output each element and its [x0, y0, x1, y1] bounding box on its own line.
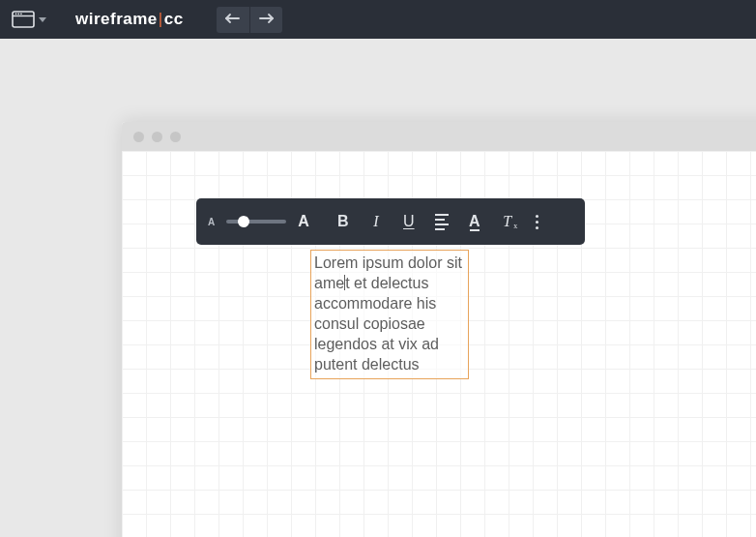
- logo-separator: |: [158, 10, 164, 28]
- traffic-light-dot: [152, 132, 162, 142]
- align-button[interactable]: [431, 210, 452, 233]
- undo-button[interactable]: [217, 7, 249, 33]
- svg-point-3: [17, 13, 19, 15]
- chevron-down-icon: [39, 17, 46, 22]
- svg-point-2: [15, 13, 17, 15]
- slider-thumb[interactable]: [238, 216, 249, 227]
- text-element[interactable]: Lorem ipsum dolor sit amet et delectus a…: [310, 250, 469, 379]
- app-logo: wireframe|cc: [75, 10, 184, 29]
- font-size-min-label: A: [208, 217, 215, 227]
- undo-icon: [224, 13, 242, 26]
- traffic-light-dot: [133, 132, 144, 142]
- text-color-button[interactable]: A: [464, 210, 485, 233]
- redo-button[interactable]: [249, 7, 282, 33]
- app-header: wireframe|cc: [0, 0, 756, 39]
- window-titlebar: [122, 122, 756, 151]
- svg-point-4: [20, 13, 22, 15]
- stage: A A B I U A Tx: [0, 39, 756, 537]
- more-options-button[interactable]: [536, 215, 538, 229]
- italic-button[interactable]: I: [365, 210, 387, 233]
- underline-button[interactable]: U: [398, 210, 420, 233]
- redo-icon: [257, 13, 275, 26]
- clear-format-button[interactable]: Tx: [497, 210, 518, 233]
- font-size-slider[interactable]: [226, 220, 286, 224]
- text-format-toolbar: A A B I U A Tx: [196, 198, 585, 245]
- history-controls: [217, 7, 282, 33]
- logo-text-1: wireframe: [75, 10, 158, 28]
- dot-icon: [536, 221, 538, 224]
- dot-icon: [536, 226, 538, 229]
- traffic-light-dot: [170, 132, 181, 142]
- dot-icon: [536, 215, 538, 218]
- bold-button[interactable]: B: [333, 210, 354, 233]
- wireframe-canvas[interactable]: A A B I U A Tx: [122, 151, 756, 537]
- logo-text-2: cc: [164, 10, 184, 28]
- browser-window-icon: [12, 11, 35, 28]
- align-left-icon: [435, 214, 449, 230]
- device-picker[interactable]: [8, 9, 50, 30]
- mock-browser-window: A A B I U A Tx: [122, 122, 756, 537]
- font-size-max-label: A: [298, 213, 309, 230]
